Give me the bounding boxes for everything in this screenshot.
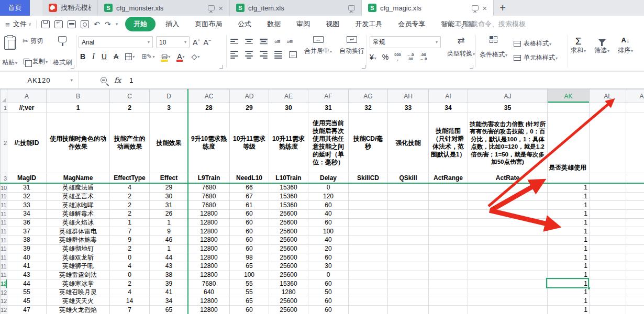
cell[interactable]: 英雄圣言术 [47, 192, 110, 201]
cell[interactable]: 0 [308, 184, 349, 193]
row-header-114[interactable]: 114 [1, 227, 7, 236]
fill-handle[interactable] [587, 287, 591, 290]
cell[interactable]: SkillCD [349, 173, 388, 184]
cell[interactable]: 60 [230, 218, 269, 227]
cell[interactable]: 12800 [188, 244, 230, 253]
cell[interactable]: 98 [230, 253, 269, 262]
row-header-116[interactable]: 116 [1, 244, 7, 253]
monitor-share-icon[interactable] [348, 5, 355, 10]
cell[interactable] [590, 192, 626, 201]
increase-decimal-button[interactable]: ←.0.00 [407, 53, 414, 61]
cell[interactable]: 12800 [188, 271, 230, 279]
column-header-AD[interactable]: AD [230, 89, 269, 103]
cell[interactable] [349, 209, 388, 218]
cell[interactable]: 12800 [188, 209, 230, 218]
cell[interactable]: 1 [47, 103, 110, 113]
cell[interactable]: 60 [230, 209, 269, 218]
command-search[interactable]: 查找命令、搜索模板 [457, 16, 526, 32]
column-header-B[interactable]: B [47, 89, 110, 103]
cell[interactable]: 66 [230, 184, 269, 193]
cell[interactable] [429, 288, 468, 297]
clear-format-button[interactable]: ◇▾ [192, 53, 200, 60]
row-header-110[interactable]: 110 [1, 192, 7, 201]
cell[interactable]: 英雄寒冰掌 [47, 279, 110, 288]
monitor-share-icon[interactable] [208, 5, 215, 10]
cell[interactable]: 34 [7, 209, 47, 218]
paste-button[interactable]: 粘贴▾ [2, 32, 17, 70]
cell[interactable]: 英雄狮子吼 [47, 262, 110, 271]
tab-home-ribbon[interactable]: 开始 [125, 17, 156, 31]
cell[interactable]: 2 [110, 209, 150, 218]
cell[interactable]: NeedL10 [230, 173, 269, 184]
cell[interactable]: 1 [548, 236, 590, 244]
cell[interactable] [468, 218, 548, 227]
cell[interactable] [590, 271, 626, 279]
cell[interactable]: 7 [110, 227, 150, 236]
cell[interactable]: 7680 [188, 201, 230, 210]
cell[interactable] [468, 297, 548, 306]
format-painter-button[interactable]: 格式刷 [53, 32, 72, 70]
thousands-button[interactable]: 000, [394, 53, 401, 61]
cell[interactable]: EffectType [110, 173, 150, 184]
cell[interactable]: //;ver [7, 103, 47, 113]
cell[interactable]: 12800 [188, 297, 230, 306]
new-tab-button[interactable]: + [494, 0, 512, 16]
cell[interactable]: 44 [150, 253, 188, 262]
cell[interactable]: 100 [230, 271, 269, 279]
cell[interactable] [626, 227, 644, 236]
cell[interactable]: 15360 [269, 192, 308, 201]
cell[interactable]: 4 [110, 288, 150, 297]
cell[interactable] [548, 173, 590, 184]
sort-button[interactable]: A↓ 排序▾ [618, 32, 633, 58]
font-color-button[interactable]: A▾ [177, 53, 184, 60]
cell[interactable] [388, 192, 429, 201]
cell[interactable] [626, 209, 644, 218]
cell[interactable]: 25600 [269, 297, 308, 306]
cell[interactable]: 7680 [188, 192, 230, 201]
cell[interactable]: 英雄火龙烈焰 [47, 306, 110, 314]
cell[interactable]: 10升11需求熟练度 [269, 113, 308, 173]
cell[interactable] [388, 201, 429, 210]
tab-cfg-item[interactable]: S cfg_item.xls [230, 0, 362, 16]
insert-function-button[interactable]: fx [114, 76, 121, 84]
cell[interactable] [349, 244, 388, 253]
cell[interactable] [468, 209, 548, 218]
monitor-share-icon[interactable] [472, 5, 479, 10]
cell[interactable] [388, 184, 429, 193]
redo-icon[interactable]: ↷ [105, 20, 111, 28]
cell[interactable]: 38 [150, 271, 188, 279]
column-header-AG[interactable]: AG [349, 89, 388, 103]
cell[interactable] [590, 244, 626, 253]
row-header-2[interactable]: 2 [1, 113, 7, 173]
cell[interactable] [626, 262, 644, 271]
cell[interactable]: 35 [468, 103, 548, 113]
cell[interactable]: 29 [230, 103, 269, 113]
column-header-AJ[interactable]: AJ [468, 89, 548, 103]
cell[interactable] [388, 271, 429, 279]
cell[interactable] [388, 297, 429, 306]
decrease-font-button[interactable]: A− [204, 38, 212, 47]
cell[interactable] [468, 288, 548, 297]
cell[interactable] [388, 236, 429, 244]
cell[interactable]: 60 [230, 227, 269, 236]
cell[interactable]: 1 [548, 288, 590, 297]
cell[interactable]: 9升10需求熟练度 [188, 113, 230, 173]
cell[interactable] [388, 288, 429, 297]
cell[interactable]: 1 [548, 227, 590, 236]
cell[interactable]: 60 [308, 218, 349, 227]
cell[interactable] [429, 244, 468, 253]
hamburger-icon[interactable]: ≡ [5, 20, 10, 29]
cell[interactable]: 40 [308, 209, 349, 218]
cell[interactable] [468, 262, 548, 271]
chevron-down-icon[interactable]: ▾ [116, 21, 118, 27]
cell[interactable] [349, 201, 388, 210]
cell[interactable]: 47 [7, 306, 47, 314]
cell[interactable]: 英雄雷霆剑法 [47, 271, 110, 279]
column-header-AE[interactable]: AE [269, 89, 308, 103]
cell[interactable] [388, 209, 429, 218]
cell[interactable] [429, 262, 468, 271]
close-icon[interactable]: × [218, 4, 223, 12]
type-convert-button[interactable]: ⇄ 类型转换▾ [447, 32, 475, 61]
cell[interactable]: 31 [150, 201, 188, 210]
cell[interactable] [468, 279, 548, 288]
